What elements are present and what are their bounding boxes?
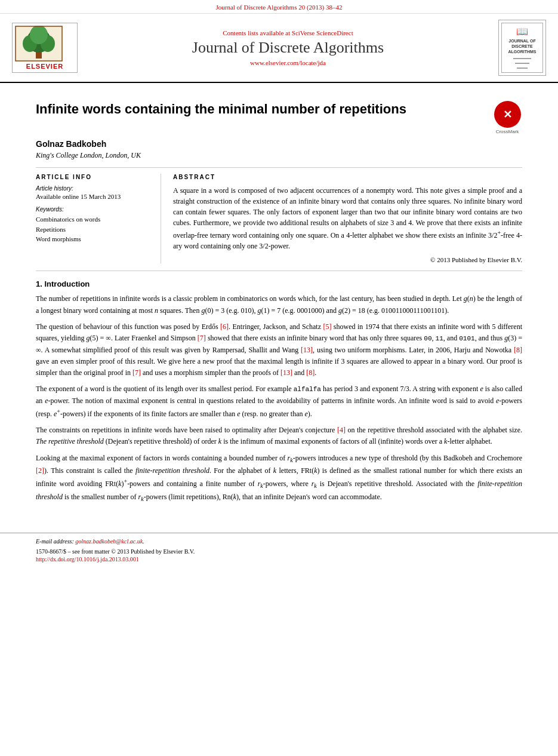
crossmark-icon: ✕ bbox=[494, 101, 521, 128]
elsevier-label: ELSEVIER bbox=[15, 63, 75, 70]
sciverse-line: Contents lists available at SciVerse Sci… bbox=[90, 29, 486, 36]
email-label: E-mail address: bbox=[36, 538, 74, 545]
article-info: ARTICLE INFO Article history: Available … bbox=[36, 174, 161, 263]
history-label: Article history: bbox=[36, 185, 152, 192]
author-name: Golnaz Badkobeh bbox=[36, 139, 522, 149]
journal-title-center: Contents lists available at SciVerse Sci… bbox=[90, 29, 486, 66]
journal-citation: Journal of Discrete Algorithms 20 (2013)… bbox=[215, 4, 342, 11]
keywords-label: Keywords: bbox=[36, 206, 152, 213]
paper-footer: E-mail address: golnaz.badkobeh@kcl.ac.u… bbox=[0, 533, 558, 568]
jda-logo: 📖 JOURNAL OFDISCRETEALGORITHMS ▬▬▬▬▬▬▬▬▬… bbox=[498, 20, 546, 76]
paper-title: Infinite words containing the minimal nu… bbox=[36, 101, 483, 118]
crossmark-label: CrossMark bbox=[492, 129, 522, 134]
section-divider bbox=[36, 271, 522, 271]
journal-header: ELSEVIER Contents lists available at Sci… bbox=[0, 14, 558, 83]
available-online: Available online 15 March 2013 bbox=[36, 193, 152, 200]
journal-url[interactable]: www.elsevier.com/locate/jda bbox=[90, 59, 486, 66]
footer-doi: http://dx.doi.org/10.1016/j.jda.2013.03.… bbox=[36, 556, 522, 563]
svg-point-5 bbox=[30, 26, 48, 44]
abstract-text: A square in a word is composed of two ad… bbox=[173, 185, 522, 251]
title-row: Infinite words containing the minimal nu… bbox=[36, 101, 522, 134]
abstract-title: ABSTRACT bbox=[173, 174, 522, 180]
intro-para-4: The constraints on repetitions in infini… bbox=[36, 425, 522, 447]
keyword-3: Word morphisms bbox=[36, 234, 152, 244]
top-bar: Journal of Discrete Algorithms 20 (2013)… bbox=[0, 0, 558, 14]
sciverse-link-text[interactable]: SciVerse ScienceDirect bbox=[292, 29, 353, 36]
paper-content: Infinite words containing the minimal nu… bbox=[0, 83, 558, 520]
doi-link[interactable]: http://dx.doi.org/10.1016/j.jda.2013.03.… bbox=[36, 556, 139, 563]
footer-email: E-mail address: golnaz.badkobeh@kcl.ac.u… bbox=[36, 538, 522, 545]
elsevier-logo: ELSEVIER bbox=[12, 23, 78, 73]
keyword-2: Repetitions bbox=[36, 225, 152, 235]
intro-para-2: The question of behaviour of this functi… bbox=[36, 321, 522, 379]
intro-para-1: The number of repetitions in infinite wo… bbox=[36, 293, 522, 316]
article-info-title: ARTICLE INFO bbox=[36, 174, 152, 180]
email-link[interactable]: golnaz.badkobeh@kcl.ac.uk bbox=[75, 538, 143, 545]
section-1-heading: 1. Introduction bbox=[36, 279, 522, 288]
author-affiliation: King's College London, London, UK bbox=[36, 151, 522, 160]
footer-issn: 1570-8667/$ – see front matter © 2013 Pu… bbox=[36, 548, 522, 555]
keyword-1: Combinatorics on words bbox=[36, 214, 152, 225]
intro-para-5: Looking at the maximal exponent of facto… bbox=[36, 453, 522, 504]
article-meta-section: ARTICLE INFO Article history: Available … bbox=[36, 167, 522, 263]
crossmark: ✕ CrossMark bbox=[492, 101, 522, 134]
copyright-line: © 2013 Published by Elsevier B.V. bbox=[173, 256, 522, 263]
journal-name: Journal of Discrete Algorithms bbox=[90, 39, 486, 57]
abstract-col: ABSTRACT A square in a word is composed … bbox=[173, 174, 522, 263]
intro-para-3: The exponent of a word is the quotient o… bbox=[36, 383, 522, 420]
